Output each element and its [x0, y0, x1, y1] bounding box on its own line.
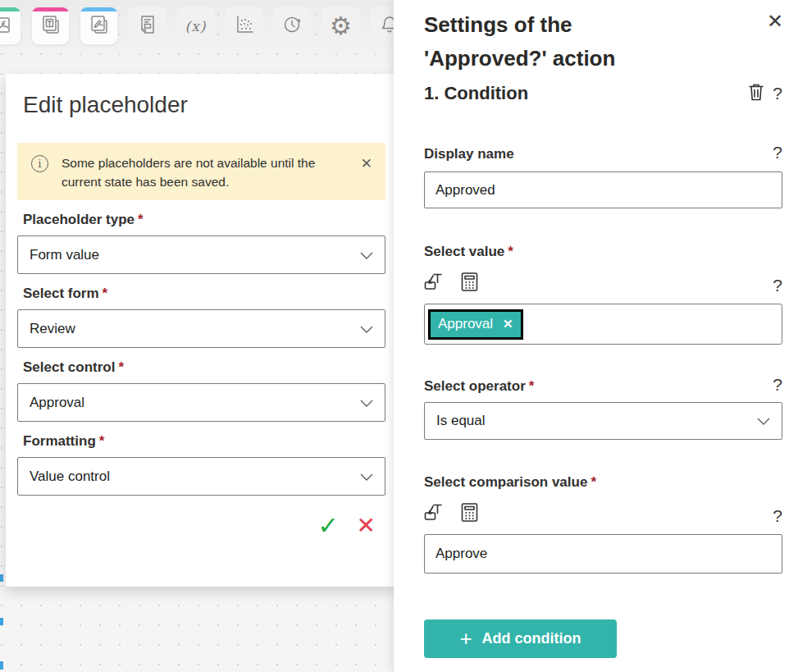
select-operator-label-row: Select operator* ? [424, 375, 782, 395]
toolbar-button-settings[interactable]: ⚙ [321, 7, 360, 45]
comparison-value-tools-row: ? [424, 502, 782, 526]
formatting-dropdown[interactable]: Value control [17, 457, 385, 496]
text-pages-icon [40, 14, 62, 39]
required-asterisk: * [103, 286, 108, 301]
select-operator-dropdown[interactable]: Is equal [424, 402, 782, 440]
blue-accent-bar [80, 7, 117, 11]
required-asterisk: * [118, 359, 124, 375]
wrench-page-icon [0, 14, 13, 39]
select-value-label: Select value* [424, 244, 513, 260]
required-asterisk: * [99, 433, 105, 449]
canvas-edge-mark [0, 618, 3, 625]
chevron-down-icon [360, 395, 373, 410]
help-icon[interactable]: ? [773, 506, 782, 526]
toolbar-button-edit-pages[interactable] [80, 7, 118, 45]
help-icon[interactable]: ? [773, 375, 782, 395]
select-control-label: Select control* [23, 359, 385, 376]
required-asterisk: * [138, 212, 144, 227]
chevron-down-icon [360, 469, 373, 484]
designer-toolbar: (x) ⚙ [0, 7, 408, 45]
toolbar-button-forms[interactable] [128, 7, 166, 45]
comparison-value-input[interactable] [424, 534, 782, 574]
dialog-footer: ✓ ✕ [17, 514, 376, 538]
trash-icon[interactable] [746, 81, 766, 106]
select-value-input[interactable]: Approval ✕ [424, 304, 782, 345]
confirm-check-icon[interactable]: ✓ [317, 514, 338, 538]
history-clock-icon [282, 14, 303, 39]
calculator-icon[interactable] [460, 272, 479, 295]
condition-section-header: 1. Condition ? [424, 81, 782, 106]
select-value-tools-row: ? [424, 272, 782, 295]
plus-icon: + [459, 628, 472, 649]
select-form-label: Select form* [23, 286, 385, 302]
teal-accent-bar [0, 7, 21, 11]
edit-placeholder-dialog: Edit placeholder i Some placeholders are… [6, 74, 396, 587]
calculator-icon[interactable] [460, 502, 479, 526]
required-asterisk: * [508, 244, 513, 259]
chevron-down-icon [360, 248, 373, 263]
add-condition-button[interactable]: + Add condition [424, 619, 617, 658]
toolbar-button-analytics[interactable] [225, 7, 263, 45]
display-name-input[interactable] [424, 171, 782, 208]
toolbar-button-history[interactable] [273, 7, 312, 45]
chevron-down-icon [360, 322, 373, 336]
toolbar-button-tools[interactable] [0, 7, 21, 45]
insert-placeholder-icon[interactable] [424, 502, 445, 526]
insert-placeholder-icon[interactable] [424, 272, 445, 295]
canvas-edge-mark [0, 574, 3, 582]
edit-pages-icon [89, 14, 110, 39]
required-asterisk: * [591, 474, 596, 490]
select-form-dropdown[interactable]: Review [17, 309, 385, 348]
comparison-value-label: Select comparison value* [424, 474, 596, 491]
display-name-label: Display name [424, 146, 514, 162]
gear-icon: ⚙ [330, 14, 352, 39]
help-icon[interactable]: ? [773, 84, 782, 103]
chevron-down-icon [757, 414, 770, 428]
cancel-cross-icon[interactable]: ✕ [357, 514, 376, 537]
scatter-chart-icon [234, 14, 255, 39]
condition-section-title: 1. Condition [424, 83, 528, 104]
warning-banner: i Some placeholders are not available un… [17, 143, 385, 200]
formatting-label: Formatting* [23, 433, 385, 450]
function-icon: (x) [185, 18, 207, 34]
toolbar-button-text-pages[interactable] [31, 7, 70, 45]
display-name-label-row: Display name ? [424, 143, 782, 162]
dialog-title: Edit placeholder [23, 92, 385, 118]
pink-accent-bar [32, 7, 69, 11]
placeholder-type-dropdown[interactable]: Form value [17, 235, 385, 274]
close-icon[interactable]: ✕ [767, 11, 783, 31]
warning-text: Some placeholders are not available unti… [62, 153, 321, 191]
required-asterisk: * [529, 378, 535, 394]
select-value-label-row: Select value* [424, 244, 782, 260]
close-icon[interactable]: ✕ [359, 153, 374, 174]
form-document-icon [137, 14, 158, 39]
toolbar-button-variables[interactable]: (x) [176, 7, 215, 45]
value-tag-label: Approval [438, 316, 493, 332]
select-operator-label: Select operator* [424, 378, 534, 395]
help-icon[interactable]: ? [773, 143, 782, 162]
panel-title: Settings of the 'Approved?' action [424, 8, 695, 75]
placeholder-type-label: Placeholder type* [23, 212, 385, 228]
help-icon[interactable]: ? [773, 276, 782, 295]
select-control-dropdown[interactable]: Approval [17, 383, 385, 422]
info-icon: i [31, 155, 48, 172]
value-tag[interactable]: Approval ✕ [428, 309, 523, 340]
action-settings-panel: ✕ Settings of the 'Approved?' action 1. … [394, 0, 798, 672]
remove-tag-icon[interactable]: ✕ [503, 318, 513, 330]
canvas-edge-mark [0, 661, 3, 670]
comparison-value-label-row: Select comparison value* [424, 474, 782, 491]
